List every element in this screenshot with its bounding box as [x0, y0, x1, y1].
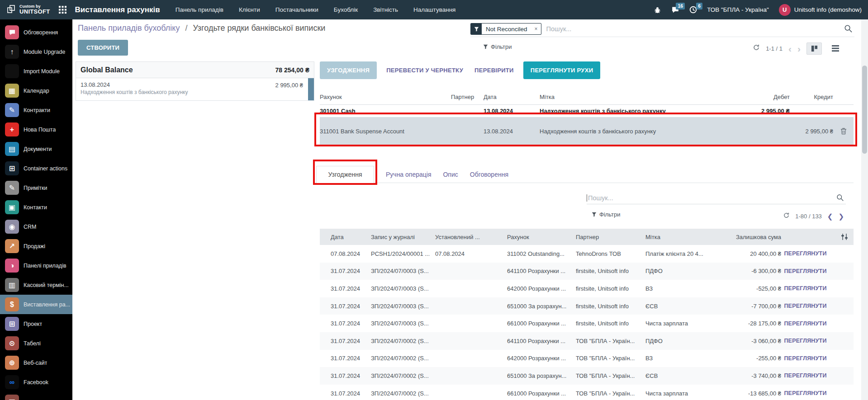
- inner-pager-prev-icon[interactable]: ❮: [827, 213, 833, 220]
- user-menu[interactable]: U Unitsoft info (demoshow): [779, 4, 862, 16]
- sidebar-item[interactable]: Import Module: [0, 61, 72, 81]
- statement-list-item[interactable]: 13.08.2024 Надходження коштів з банкіськ…: [76, 78, 314, 101]
- reconcile-line-row[interactable]: 31.07.2024ЗП/2024/07/0002 (S...641100 Ро…: [320, 332, 854, 350]
- sidebar-item[interactable]: ↑Module Upgrade: [0, 42, 72, 61]
- view-move-button[interactable]: ПЕРЕГЛЯНУТИ: [781, 320, 833, 327]
- reconcile-line-row[interactable]: 31.07.2024ЗП/2024/07/0003 (S...651000 За…: [320, 297, 854, 315]
- debug-bug-icon[interactable]: [654, 6, 661, 14]
- refresh-icon[interactable]: [753, 44, 760, 53]
- sidebar-item[interactable]: ⊞Container actions: [0, 159, 72, 178]
- action-button-link[interactable]: ПЕРЕВЕСТИ У ЧЕРНЕТКУ: [384, 61, 465, 79]
- list-view-icon[interactable]: [828, 42, 843, 55]
- sidebar-item[interactable]: ◉CRM: [0, 217, 72, 236]
- reconcile-line-row[interactable]: 31.07.2024ЗП/2024/07/0003 (S...661000 Ро…: [320, 315, 854, 332]
- cell-0: 31.07.2024: [320, 338, 371, 344]
- nav-menu-item[interactable]: Бухоблік: [334, 6, 358, 13]
- tab-item[interactable]: Опис: [443, 171, 458, 178]
- nav-menu-item[interactable]: Клієнти: [239, 6, 260, 13]
- sidebar-item[interactable]: ⊕Веб-сайт: [0, 353, 72, 372]
- view-move-button[interactable]: ПЕРЕГЛЯНУТИ: [781, 390, 833, 396]
- sidebar-item[interactable]: ▨електронне на...: [0, 392, 72, 400]
- nav-menu-item[interactable]: Звітність: [373, 6, 398, 13]
- column-options-icon[interactable]: [833, 234, 854, 240]
- text-cursor: [587, 194, 587, 202]
- sidebar-item[interactable]: Обговорення: [0, 23, 72, 42]
- reconcile-line-row[interactable]: 31.07.2024ЗП/2024/07/0002 (S...651000 За…: [320, 367, 854, 385]
- action-button-muted[interactable]: УЗГОДЖЕННЯ: [320, 61, 377, 79]
- cell-3: 651000 За розрахун...: [507, 372, 576, 379]
- sidebar-item[interactable]: ▣Контакти: [0, 198, 72, 217]
- view-move-button[interactable]: ПЕРЕГЛЯНУТИ: [781, 303, 833, 309]
- reconcile-line-row[interactable]: 31.07.2024ЗП/2024/07/0002 (S...642000 Ро…: [320, 350, 854, 367]
- current-app-name[interactable]: Виставлення рахунків: [75, 5, 160, 14]
- nav-menu-item[interactable]: Постачальники: [275, 6, 318, 13]
- reconcile-line-row[interactable]: 31.07.2024ЗП/2024/07/0002 (S...661000 Ро…: [320, 385, 854, 400]
- unitsoft-logo-icon: [6, 4, 16, 16]
- sidebar-item[interactable]: ✎Контракти: [0, 100, 72, 120]
- sidebar-item-label: Module Upgrade: [24, 49, 65, 55]
- sidebar-item[interactable]: ▥Касовий термін...: [0, 275, 72, 295]
- sidebar-item[interactable]: ⊞Проект: [0, 314, 72, 334]
- messages-icon[interactable]: 16: [671, 6, 679, 14]
- search-icon[interactable]: [844, 24, 853, 35]
- view-move-button[interactable]: ПЕРЕГЛЯНУТИ: [781, 285, 833, 292]
- move-line-row[interactable]: 301001 Cash13.08.2024Надходження коштів …: [320, 105, 854, 117]
- sidebar-item[interactable]: ↗Продажі: [0, 236, 72, 256]
- pager-next-icon[interactable]: ›: [797, 44, 801, 53]
- facet-remove-icon[interactable]: ×: [531, 24, 541, 34]
- search-bar[interactable]: Not Reconciled × Пошук...: [470, 21, 854, 37]
- trash-icon[interactable]: [833, 127, 854, 135]
- vertical-scrollbar[interactable]: [861, 19, 868, 400]
- reconcile-line-row[interactable]: 31.07.2024ЗП/2024/07/0003 (S...642000 Ро…: [320, 280, 854, 297]
- cell-date: 13.08.2024: [484, 128, 534, 135]
- tab-active[interactable]: Узгодження: [316, 166, 374, 183]
- pager-prev-icon[interactable]: ‹: [788, 44, 792, 53]
- inner-search-icon[interactable]: [836, 194, 844, 203]
- cell-5: Платіж клієнта 20 4...: [645, 250, 706, 257]
- move-line-row[interactable]: 311001 Bank Suspense Account13.08.2024На…: [320, 117, 854, 145]
- view-move-button[interactable]: ПЕРЕГЛЯНУТИ: [781, 355, 833, 362]
- breadcrumb-parent-link[interactable]: Панель приладів бухобліку: [78, 24, 180, 33]
- sidebar-item[interactable]: ✎Примітки: [0, 178, 72, 198]
- inner-refresh-icon[interactable]: [783, 212, 790, 221]
- inner-pager-next-icon[interactable]: ❯: [838, 213, 844, 220]
- cell-3: 642000 Розрахунки ...: [507, 355, 576, 362]
- reconcile-line-row[interactable]: 07.08.2024PCSH1/2024/00001 ...07.08.2024…: [320, 245, 854, 263]
- kanban-view-icon[interactable]: [806, 42, 822, 55]
- nav-menu-item[interactable]: Панель приладів: [175, 6, 223, 13]
- sidebar-item[interactable]: ◑Панелі приладів: [0, 256, 72, 275]
- scrollbar-thumb[interactable]: [862, 66, 867, 154]
- tab-item[interactable]: Ручна операція: [386, 171, 431, 178]
- tab-item[interactable]: Обговорення: [470, 171, 508, 178]
- search-facet[interactable]: Not Reconciled ×: [470, 23, 541, 35]
- view-move-button[interactable]: ПЕРЕГЛЯНУТИ: [781, 338, 833, 344]
- sidebar-item[interactable]: ∞Facebook: [0, 372, 72, 392]
- search-input[interactable]: Пошук...: [546, 25, 572, 33]
- sidebar-item[interactable]: ⊙Табелі: [0, 334, 72, 353]
- action-button-info[interactable]: ПЕРЕГЛЯНУТИ РУХИ: [523, 61, 601, 79]
- inner-search-bar[interactable]: Пошук...: [587, 192, 846, 204]
- sidebar-item[interactable]: +Нова Пошта: [0, 120, 72, 139]
- cell-5: ВЗ: [645, 285, 706, 292]
- filters-button[interactable]: Фільтри: [483, 43, 512, 50]
- inner-filters-button[interactable]: Фільтри: [592, 211, 621, 218]
- reconcile-line-row[interactable]: 31.07.2024ЗП/2024/07/0003 (S...641100 Ро…: [320, 263, 854, 280]
- create-button[interactable]: СТВОРИТИ: [78, 40, 128, 56]
- company-switcher[interactable]: ТОВ "БПЛА - Україна": [707, 6, 769, 13]
- sidebar-item[interactable]: $Виставлення ра...: [0, 295, 72, 314]
- inner-search-input[interactable]: Пошук...: [588, 194, 613, 202]
- view-move-button[interactable]: ПЕРЕГЛЯНУТИ: [781, 268, 833, 274]
- website-icon: ⊕: [5, 356, 19, 370]
- activities-clock-icon[interactable]: 6: [689, 6, 697, 14]
- sidebar-item[interactable]: ▦Календар: [0, 81, 72, 100]
- cell-1: ЗП/2024/07/0003 (S...: [371, 320, 435, 327]
- sidebar-item[interactable]: ▤Документи: [0, 139, 72, 159]
- cell-5: ВЗ: [645, 355, 706, 362]
- view-move-button[interactable]: ПЕРЕГЛЯНУТИ: [781, 250, 833, 257]
- apps-menu-icon[interactable]: [59, 6, 66, 14]
- view-move-button[interactable]: ПЕРЕГЛЯНУТИ: [781, 372, 833, 379]
- action-button-link[interactable]: ПЕРЕВІРИТИ: [473, 61, 516, 79]
- nav-menu-item[interactable]: Налаштування: [413, 6, 455, 13]
- documents-icon: ▤: [5, 142, 19, 156]
- unitsoft-logo[interactable]: Custom by UNITSOFT: [6, 4, 50, 16]
